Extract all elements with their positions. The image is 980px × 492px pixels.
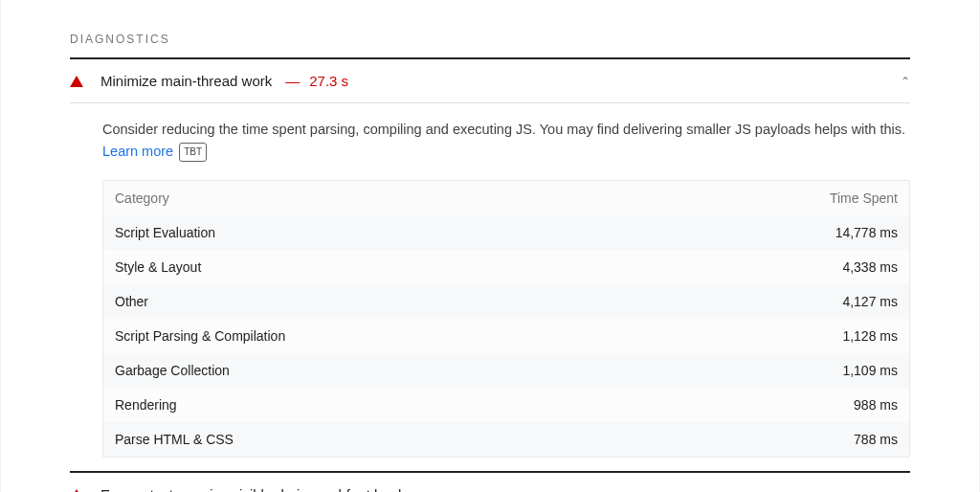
chevron-up-icon: ⌃ xyxy=(901,75,910,88)
main-thread-table: Category Time Spent Script Evaluation14,… xyxy=(102,180,910,458)
cell-time: 14,778 ms xyxy=(652,215,909,250)
cell-category: Script Parsing & Compilation xyxy=(103,319,652,353)
table-row: Script Evaluation14,778 ms xyxy=(103,215,909,250)
cell-category: Script Evaluation xyxy=(103,215,652,250)
cell-category: Style & Layout xyxy=(103,250,652,284)
cell-category: Other xyxy=(103,284,652,319)
cell-time: 4,338 ms xyxy=(652,250,909,284)
cell-time: 1,109 ms xyxy=(652,353,909,388)
audit-description-text: Consider reducing the time spent parsing… xyxy=(102,122,905,137)
diagnostics-section-label: DIAGNOSTICS xyxy=(70,0,910,57)
audit-minimize-main-thread-header[interactable]: Minimize main-thread work — 27.3 s ⌃ xyxy=(70,59,910,102)
audit-webfont-header[interactable]: Ensure text remains visible during webfo… xyxy=(70,473,910,492)
audit-title: Ensure text remains visible during webfo… xyxy=(100,486,401,492)
col-header-time: Time Spent xyxy=(652,181,909,215)
cell-time: 1,128 ms xyxy=(652,319,909,353)
table-row: Rendering988 ms xyxy=(103,388,909,422)
tbt-badge: TBT xyxy=(179,143,207,162)
cell-time: 4,127 ms xyxy=(652,284,909,319)
table-row: Style & Layout4,338 ms xyxy=(103,250,909,284)
col-header-category: Category xyxy=(103,181,652,215)
cell-category: Rendering xyxy=(103,388,652,422)
audit-title: Minimize main-thread work xyxy=(100,73,272,89)
cell-time: 988 ms xyxy=(652,388,909,422)
triangle-fail-icon xyxy=(70,76,83,87)
table-header-row: Category Time Spent xyxy=(103,181,909,215)
learn-more-link[interactable]: Learn more xyxy=(102,144,173,159)
audit-dash: — xyxy=(285,73,300,89)
cell-time: 788 ms xyxy=(652,422,909,457)
audit-description: Consider reducing the time spent parsing… xyxy=(70,103,910,180)
table-row: Garbage Collection1,109 ms xyxy=(103,353,909,388)
cell-category: Garbage Collection xyxy=(103,353,652,388)
table-row: Parse HTML & CSS788 ms xyxy=(103,422,909,457)
cell-category: Parse HTML & CSS xyxy=(103,422,652,457)
audit-metric-value: 27.3 s xyxy=(309,73,348,89)
table-row: Script Parsing & Compilation1,128 ms xyxy=(103,319,909,353)
table-row: Other4,127 ms xyxy=(103,284,909,319)
